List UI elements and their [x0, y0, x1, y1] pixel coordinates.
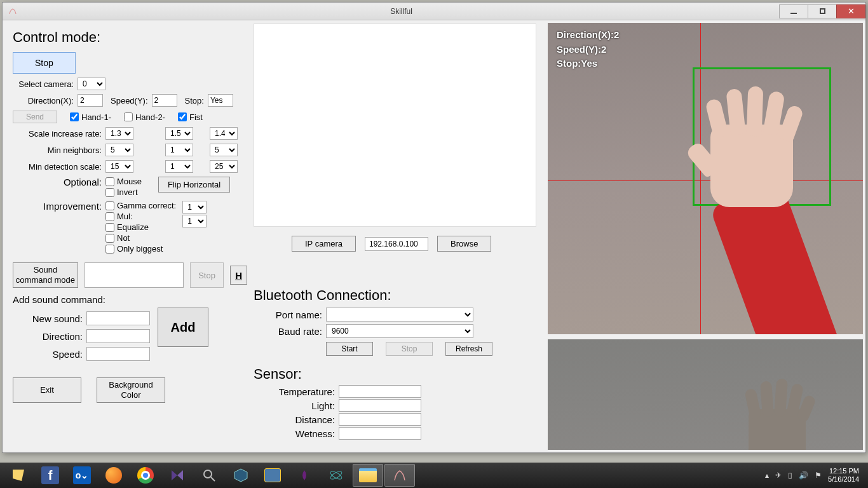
- bt-start-button[interactable]: Start: [326, 342, 373, 356]
- tray-flag-icon[interactable]: ⚑: [815, 471, 822, 480]
- equalize-checkbox[interactable]: Equalize: [105, 222, 176, 232]
- fist-checkbox[interactable]: Fist: [178, 112, 203, 122]
- taskbar-start-icon[interactable]: [3, 464, 34, 487]
- invert-checkbox[interactable]: Invert: [105, 187, 142, 197]
- min-detection-3[interactable]: 25: [210, 160, 238, 173]
- mul-checkbox[interactable]: Mul:: [105, 212, 133, 221]
- min-detection-2[interactable]: 1: [165, 160, 193, 173]
- direction-input[interactable]: [86, 329, 150, 343]
- taskbar-vmware-icon[interactable]: [257, 464, 288, 487]
- preview-area: [254, 24, 536, 227]
- only-biggest-checkbox[interactable]: Only biggest: [105, 244, 176, 254]
- scale-rate-1[interactable]: 1.3: [105, 127, 133, 140]
- taskbar[interactable]: f o⌄ ▴ ✈ ▯ 🔊 ⚑ 12:15 PM 5/16/2014: [0, 463, 868, 488]
- sensor-heading: Sensor:: [254, 366, 543, 383]
- add-sound-heading: Add sound command:: [13, 294, 247, 305]
- ip-address-input[interactable]: [365, 237, 428, 251]
- exit-button[interactable]: Exit: [13, 377, 81, 403]
- hand2-checkbox[interactable]: Hand-2-: [124, 112, 165, 122]
- app-icon: [5, 4, 20, 19]
- stop-input[interactable]: [208, 94, 233, 107]
- speed-label: Speed:: [13, 349, 83, 360]
- flip-horizontal-button[interactable]: Flip Horizontal: [158, 177, 230, 193]
- close-button[interactable]: ✕: [836, 4, 865, 18]
- baud-rate-label: Baud rate:: [254, 326, 322, 337]
- port-name-label: Port name:: [254, 309, 322, 320]
- svg-line-3: [211, 477, 215, 481]
- speed-y-label: Speed(Y):: [111, 96, 148, 105]
- wetness-label: Wetness:: [254, 428, 335, 439]
- speed-input[interactable]: [86, 347, 150, 361]
- not-checkbox[interactable]: Not: [105, 233, 176, 243]
- min-detection-1[interactable]: 15: [105, 160, 133, 173]
- scale-rate-3[interactable]: 1.4: [210, 127, 238, 140]
- taskbar-atom-icon[interactable]: [321, 464, 351, 487]
- ip-camera-button[interactable]: IP camera: [292, 236, 356, 252]
- distance-input[interactable]: [339, 413, 421, 426]
- add-button[interactable]: Add: [158, 308, 208, 347]
- taskbar-facebook-icon[interactable]: f: [35, 464, 65, 487]
- temperature-input[interactable]: [339, 385, 421, 398]
- optional-label: Optional:: [13, 177, 102, 187]
- light-input[interactable]: [339, 399, 421, 412]
- gamma-checkbox[interactable]: Gamma correct:: [105, 201, 176, 210]
- background-color-button[interactable]: Background Color: [97, 377, 165, 403]
- new-sound-label: New sound:: [13, 313, 83, 324]
- taskbar-media-icon[interactable]: [162, 464, 193, 487]
- direction-x-input[interactable]: [78, 94, 103, 107]
- select-camera-select[interactable]: 0: [78, 78, 105, 90]
- taskbar-app-icon[interactable]: [384, 464, 415, 487]
- min-neighbors-3[interactable]: 5: [210, 144, 238, 156]
- mul-value[interactable]: 1: [182, 215, 207, 227]
- sound-command-mode-button[interactable]: Sound command mode: [13, 262, 78, 288]
- new-sound-input[interactable]: [86, 311, 150, 325]
- taskbar-visualstudio-icon[interactable]: [289, 464, 320, 487]
- sound-stop-button[interactable]: Stop: [190, 262, 224, 288]
- min-neighbors-2[interactable]: 1: [165, 144, 193, 156]
- svg-marker-4: [234, 469, 247, 482]
- maximize-button[interactable]: [808, 4, 837, 18]
- taskbar-virtualbox-icon[interactable]: [226, 464, 256, 487]
- tray-volume-icon[interactable]: 🔊: [799, 471, 808, 480]
- tray-chevron-icon[interactable]: ▴: [765, 471, 769, 480]
- minimize-button[interactable]: [779, 4, 808, 18]
- taskbar-firefox-icon[interactable]: [98, 464, 129, 487]
- min-neighbors-1[interactable]: 5: [105, 144, 133, 156]
- h-button[interactable]: H: [230, 266, 247, 285]
- bluetooth-heading: Bluetooth Connection:: [254, 287, 543, 304]
- scale-rate-2[interactable]: 1.5: [165, 127, 193, 140]
- titlebar[interactable]: Skillful ✕: [3, 3, 865, 20]
- window-title: Skillful: [23, 7, 780, 16]
- wetness-input[interactable]: [339, 427, 421, 440]
- taskbar-chrome-icon[interactable]: [130, 464, 161, 487]
- baud-rate-select[interactable]: 9600: [326, 324, 473, 338]
- tray-battery-icon[interactable]: ▯: [788, 471, 792, 480]
- taskbar-search-icon[interactable]: [194, 464, 224, 487]
- taskbar-outlook-icon[interactable]: o⌄: [67, 464, 97, 487]
- hand1-checkbox[interactable]: Hand-1-: [70, 112, 111, 122]
- system-tray[interactable]: ▴ ✈ ▯ 🔊 ⚑ 12:15 PM 5/16/2014: [765, 467, 865, 484]
- select-camera-label: Select camera:: [13, 79, 74, 89]
- gamma-value[interactable]: 1: [182, 201, 207, 214]
- direction-x-label: Direction(X):: [13, 96, 74, 105]
- hand-silhouette-2: [723, 377, 812, 450]
- port-name-select[interactable]: [326, 308, 473, 322]
- stop-label: Stop:: [185, 96, 204, 105]
- min-detection-label: Min detection scale:: [13, 162, 102, 172]
- min-neighbors-label: Min neighbors:: [13, 146, 102, 155]
- svg-marker-0: [172, 470, 177, 480]
- bt-refresh-button[interactable]: Refresh: [445, 342, 492, 356]
- stop-button[interactable]: Stop: [13, 52, 76, 74]
- temperature-label: Temperature:: [254, 386, 335, 397]
- sound-command-input[interactable]: [85, 262, 184, 288]
- tray-clock[interactable]: 12:15 PM 5/16/2014: [828, 467, 859, 484]
- improvement-label: Improvement:: [13, 201, 102, 212]
- taskbar-explorer-icon[interactable]: [353, 464, 383, 487]
- send-button[interactable]: Send: [13, 111, 57, 123]
- scale-rate-label: Scale increase rate:: [13, 129, 102, 139]
- speed-y-input[interactable]: [152, 94, 177, 107]
- bt-stop-button[interactable]: Stop: [386, 342, 433, 356]
- mouse-checkbox[interactable]: Mouse: [105, 177, 142, 186]
- tray-airplane-icon[interactable]: ✈: [775, 471, 782, 480]
- browse-button[interactable]: Browse: [437, 236, 491, 252]
